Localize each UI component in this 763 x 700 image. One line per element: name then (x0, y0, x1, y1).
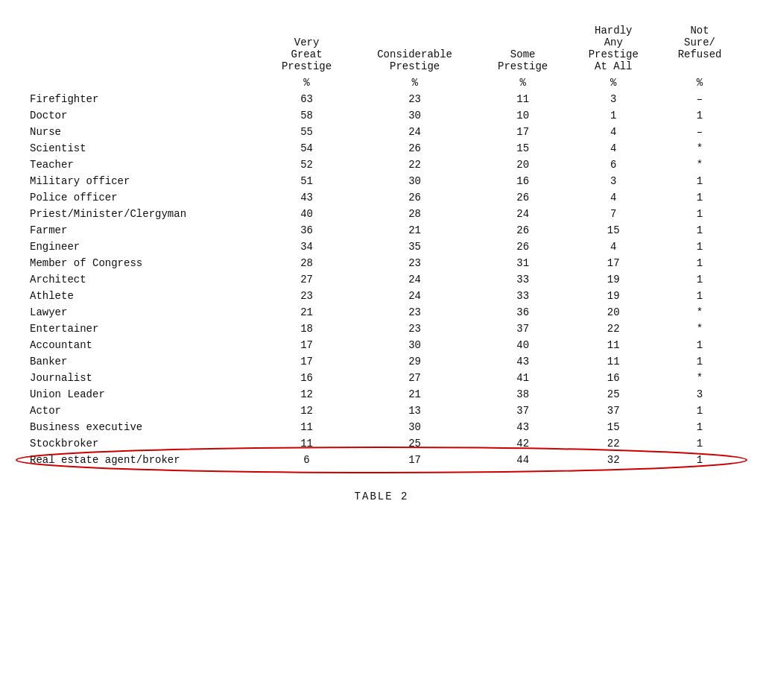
data-row: Teacher5222206* (22, 157, 741, 173)
cell-col4: 19 (568, 288, 659, 304)
occupation-label: Doctor (22, 107, 262, 124)
occupation-label: Banker (22, 353, 262, 370)
cell-col3: 33 (478, 271, 569, 288)
highlighted-data-row: Real estate agent/broker61744321 (22, 452, 741, 468)
cell-col5: * (659, 370, 741, 386)
occupation-label: Engineer (22, 239, 262, 255)
cell-col1: 52 (262, 157, 352, 173)
cell-col1: 55 (262, 124, 352, 140)
cell-col2: 17 (352, 452, 477, 468)
occupation-label: Entertainer (22, 321, 262, 337)
occupation-label: Accountant (22, 337, 262, 353)
occupation-label: Nurse (22, 124, 262, 140)
cell-col3: 37 (478, 403, 569, 419)
cell-col1: 63 (262, 91, 352, 107)
data-row: Firefighter6323113– (22, 91, 741, 107)
cell-col4: 11 (568, 337, 659, 353)
table-wrapper: Very Great Prestige Considerable Prestig… (22, 22, 741, 468)
cell-col5: 1 (659, 435, 741, 452)
header-pct-3: % (478, 75, 569, 91)
cell-col3: 11 (478, 91, 569, 107)
cell-col1: 17 (262, 353, 352, 370)
cell-col2: 24 (352, 124, 477, 140)
cell-col4: 11 (568, 353, 659, 370)
table-container: Very Great Prestige Considerable Prestig… (22, 15, 741, 502)
cell-col2: 23 (352, 321, 477, 337)
cell-col1: 11 (262, 435, 352, 452)
cell-col4: 25 (568, 386, 659, 403)
cell-col5: * (659, 304, 741, 321)
cell-col2: 24 (352, 288, 477, 304)
cell-col3: 17 (478, 124, 569, 140)
cell-col2: 28 (352, 206, 477, 222)
cell-col3: 40 (478, 337, 569, 353)
cell-col1: 34 (262, 239, 352, 255)
header-pct-2: % (352, 75, 477, 91)
cell-col2: 30 (352, 419, 477, 435)
header-hardly-any: Hardly Any Prestige At All (568, 22, 659, 75)
cell-col2: 26 (352, 189, 477, 206)
data-row: Scientist5426154* (22, 140, 741, 157)
cell-col5: 1 (659, 239, 741, 255)
occupation-label: Firefighter (22, 91, 262, 107)
data-row: Stockbroker112542221 (22, 435, 741, 452)
data-row: Member of Congress282331171 (22, 255, 741, 271)
cell-col5: 3 (659, 386, 741, 403)
cell-col3: 44 (478, 452, 569, 468)
occupation-label: Priest/Minister/Clergyman (22, 206, 262, 222)
cell-col2: 25 (352, 435, 477, 452)
header-pct-1: % (262, 75, 352, 91)
cell-col5: 1 (659, 189, 741, 206)
cell-col3: 15 (478, 140, 569, 157)
cell-col3: 43 (478, 419, 569, 435)
cell-col1: 40 (262, 206, 352, 222)
cell-col1: 6 (262, 452, 352, 468)
cell-col5: 1 (659, 107, 741, 124)
cell-col3: 31 (478, 255, 569, 271)
cell-col1: 23 (262, 288, 352, 304)
occupation-label: Architect (22, 271, 262, 288)
cell-col2: 35 (352, 239, 477, 255)
data-row: Engineer34352641 (22, 239, 741, 255)
cell-col5: * (659, 321, 741, 337)
occupation-label: Police officer (22, 189, 262, 206)
cell-col5: 1 (659, 222, 741, 239)
cell-col3: 10 (478, 107, 569, 124)
header-pct-label (22, 75, 262, 91)
cell-col5: 1 (659, 255, 741, 271)
cell-col2: 30 (352, 173, 477, 189)
cell-col4: 3 (568, 173, 659, 189)
cell-col1: 43 (262, 189, 352, 206)
cell-col5: 1 (659, 288, 741, 304)
cell-col3: 24 (478, 206, 569, 222)
data-row: Accountant173040111 (22, 337, 741, 353)
cell-col4: 4 (568, 189, 659, 206)
cell-col3: 26 (478, 222, 569, 239)
occupation-label: Scientist (22, 140, 262, 157)
cell-col2: 23 (352, 304, 477, 321)
cell-col2: 23 (352, 91, 477, 107)
cell-col5: * (659, 157, 741, 173)
cell-col3: 16 (478, 173, 569, 189)
cell-col2: 23 (352, 255, 477, 271)
cell-col4: 19 (568, 271, 659, 288)
cell-col1: 11 (262, 419, 352, 435)
data-row: Business executive113043151 (22, 419, 741, 435)
occupation-label: Member of Congress (22, 255, 262, 271)
cell-col4: 22 (568, 435, 659, 452)
cell-col4: 22 (568, 321, 659, 337)
cell-col4: 4 (568, 124, 659, 140)
cell-col3: 36 (478, 304, 569, 321)
cell-col5: 1 (659, 403, 741, 419)
occupation-label: Real estate agent/broker (22, 452, 262, 468)
cell-col3: 20 (478, 157, 569, 173)
occupation-label: Teacher (22, 157, 262, 173)
data-row: Journalist16274116* (22, 370, 741, 386)
header-some: Some Prestige (478, 22, 569, 75)
cell-col5: – (659, 91, 741, 107)
data-row: Nurse5524174– (22, 124, 741, 140)
cell-col4: 6 (568, 157, 659, 173)
cell-col1: 12 (262, 386, 352, 403)
cell-col4: 32 (568, 452, 659, 468)
cell-col3: 33 (478, 288, 569, 304)
